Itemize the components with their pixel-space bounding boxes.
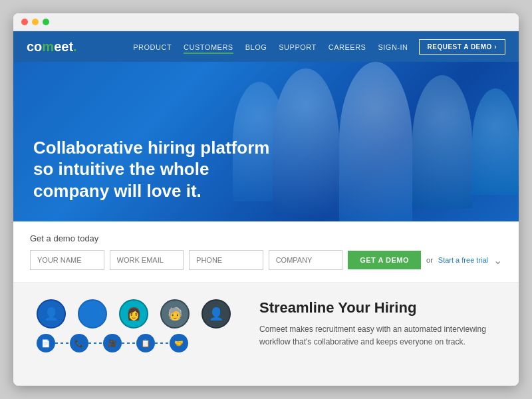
step-icon-resume: 📄 <box>37 334 55 352</box>
nav-links: PRODUCT CUSTOMERS BLOG SUPPORT CAREERS S… <box>133 41 408 53</box>
avatar-2: 👤 <box>78 299 107 329</box>
browser-window: comeet. PRODUCT CUSTOMERS BLOG SUPPORT C… <box>13 13 519 386</box>
logo-dot-accent: m <box>42 39 54 55</box>
nav-item-careers[interactable]: CAREERS <box>329 41 366 53</box>
step-connector-1 <box>55 342 70 344</box>
step-icon-clipboard: 📋 <box>136 334 155 352</box>
icons-flow: 👤 👤 👩 🧓 👤 📄 📞 🎥 📋 🤝 <box>30 299 243 352</box>
logo-co: co <box>27 39 42 55</box>
hero-section: Collaborative hiring platform so intuiti… <box>13 62 519 221</box>
avatar-3: 👩 <box>119 299 148 329</box>
name-input[interactable] <box>30 250 104 270</box>
streamline-section: 👤 👤 👩 🧓 👤 📄 📞 🎥 📋 🤝 <box>13 283 519 386</box>
hero-person-4 <box>412 75 472 208</box>
step-icon-video: 🎥 <box>103 334 122 352</box>
navbar: comeet. PRODUCT CUSTOMERS BLOG SUPPORT C… <box>13 31 519 62</box>
chevron-down-icon[interactable]: ⌄ <box>493 254 502 267</box>
browser-content: comeet. PRODUCT CUSTOMERS BLOG SUPPORT C… <box>13 31 519 386</box>
demo-label: Get a demo today <box>30 233 502 243</box>
step-connector-2 <box>88 342 103 344</box>
avatar-5: 👤 <box>201 299 231 329</box>
step-connector-3 <box>122 342 136 344</box>
free-trial-link[interactable]: Start a free trial <box>438 256 488 264</box>
nav-item-signin[interactable]: SIGN-IN <box>378 41 408 53</box>
avatar-1: 👤 <box>37 299 66 329</box>
hero-person-5 <box>472 88 519 195</box>
streamline-heading: Streamline Your Hiring <box>259 299 502 317</box>
minimize-button[interactable] <box>32 19 39 25</box>
streamline-text: Streamline Your Hiring Comeet makes recr… <box>259 299 502 348</box>
people-row: 👤 👤 👩 🧓 👤 <box>30 299 243 329</box>
demo-section: Get a demo today GET A DEMO or Start a f… <box>13 221 519 283</box>
request-demo-button[interactable]: REQUEST A DEMO › <box>419 39 505 55</box>
nav-item-customers[interactable]: CUSTOMERS <box>184 41 233 53</box>
get-demo-button[interactable]: GET A DEMO <box>348 251 421 269</box>
maximize-button[interactable] <box>43 19 49 25</box>
hero-headline: Collaborative hiring platform so intuiti… <box>33 137 286 202</box>
step-connector-4 <box>155 342 170 344</box>
company-input[interactable] <box>269 250 343 270</box>
nav-item-support[interactable]: SUPPORT <box>279 41 316 53</box>
nav-item-product[interactable]: PRODUCT <box>133 41 172 53</box>
hero-person-3 <box>339 62 412 221</box>
phone-input[interactable] <box>189 250 263 270</box>
email-input[interactable] <box>110 250 184 270</box>
step-icon-handshake: 🤝 <box>170 334 188 352</box>
steps-row: 📄 📞 🎥 📋 🤝 <box>30 334 243 352</box>
step-icon-phone: 📞 <box>70 334 88 352</box>
demo-form: GET A DEMO or Start a free trial ⌄ <box>30 250 502 270</box>
logo[interactable]: comeet. <box>27 39 77 55</box>
logo-meet: eet. <box>54 39 76 55</box>
or-text: or <box>426 256 433 264</box>
nav-item-blog[interactable]: BLOG <box>245 41 267 53</box>
avatar-4: 🧓 <box>160 299 190 329</box>
streamline-body: Comeet makes recruitment easy with an au… <box>259 323 502 348</box>
browser-chrome <box>13 13 519 31</box>
close-button[interactable] <box>21 19 28 25</box>
hero-text: Collaborative hiring platform so intuiti… <box>33 137 286 202</box>
